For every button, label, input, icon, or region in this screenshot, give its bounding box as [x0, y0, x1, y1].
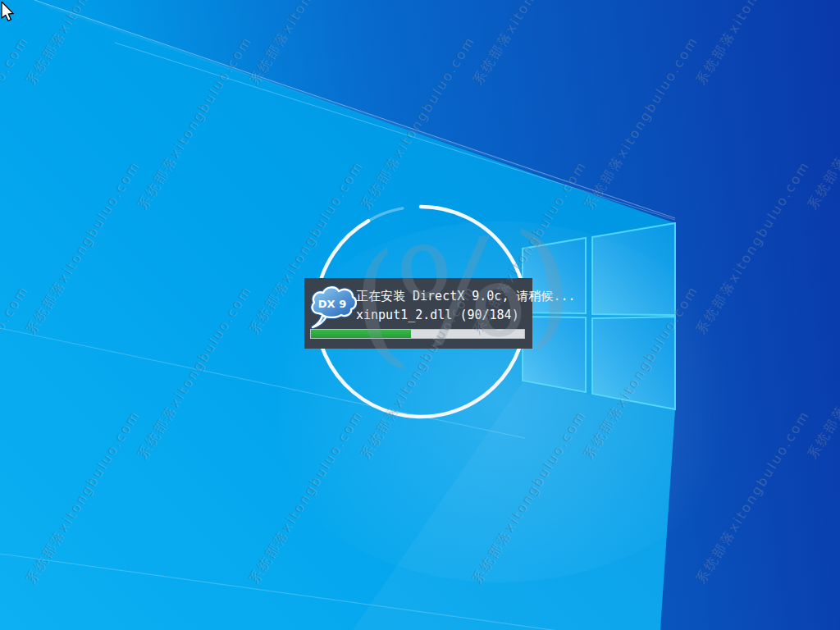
mouse-cursor-icon [1, 2, 19, 26]
windows-logo-pane-bottom-right [592, 317, 675, 409]
progress-fill [311, 330, 411, 338]
directx9-logo-label: DX 9 [318, 298, 346, 310]
directx9-logo-icon: DX 9 [308, 283, 357, 331]
desktop: DX 9 正在安装 DirectX 9.0c, 请稍候... xinput1_2… [0, 0, 840, 630]
progress-bar [310, 329, 525, 339]
directx-installer-dialog: DX 9 正在安装 DirectX 9.0c, 请稍候... xinput1_2… [304, 278, 532, 349]
install-file-text: xinput1_2.dll (90/184) [356, 308, 519, 322]
windows-logo-pane-top-right [592, 223, 675, 315]
install-status-text: 正在安装 DirectX 9.0c, 请稍候... [356, 289, 576, 304]
